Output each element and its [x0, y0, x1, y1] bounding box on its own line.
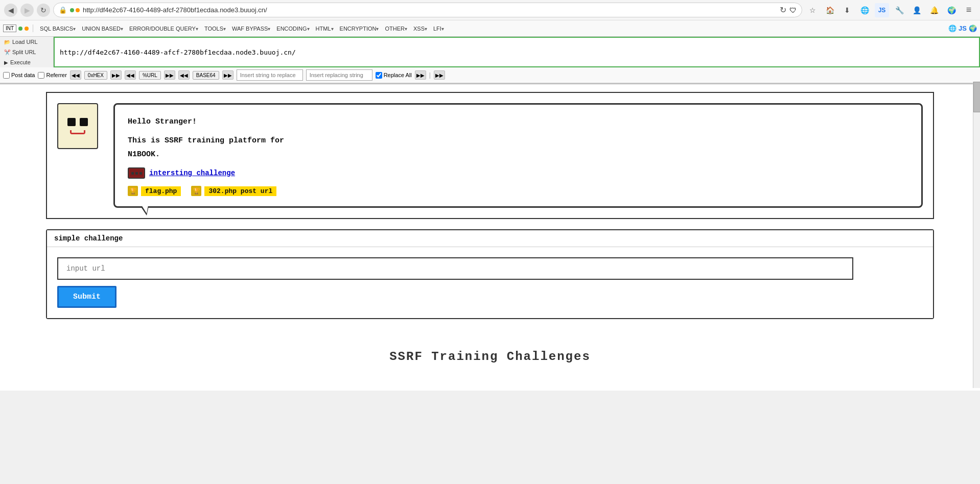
- hex-button[interactable]: 0xHEX: [84, 71, 107, 80]
- security-indicator: [70, 8, 80, 12]
- lfi-menu[interactable]: LFI▾: [431, 25, 447, 33]
- hackbar-url-wrapper: 📂 Load URL ✂️ Split URL ▶ Execute: [0, 37, 980, 67]
- speech-bubble: Hello Stranger! This is SSRF training pl…: [113, 103, 923, 208]
- hackbar-wrapper: INT SQL BASICS▾ UNION BASED▾ ERROR/DOUBL…: [0, 20, 980, 84]
- base64-left-arrow[interactable]: ◀◀: [178, 70, 190, 80]
- hackbar-options-row: Post data Referrer ◀◀ 0xHEX ▶▶ ◀◀ %URL ▶…: [0, 67, 980, 84]
- downloads-button[interactable]: ⬇: [840, 3, 854, 17]
- gamepad-dot1: [131, 172, 134, 175]
- main-box: Hello Stranger! This is SSRF training pl…: [46, 92, 934, 219]
- hex-left-arrow[interactable]: ◀◀: [70, 70, 81, 80]
- submit-button[interactable]: Submit: [57, 286, 116, 308]
- right-icon-1: 🌐: [948, 25, 956, 32]
- execute-label: Execute: [10, 59, 31, 65]
- robot-mouth: [70, 130, 85, 134]
- ssrf-title: SSRF Training Challenges: [0, 345, 980, 369]
- load-url-label: Load URL: [12, 39, 38, 45]
- extension1-button[interactable]: 🔧: [892, 3, 906, 17]
- hackbar-url-input[interactable]: [54, 37, 980, 67]
- reload-button[interactable]: ↻: [37, 4, 50, 17]
- scrollbar-track: [973, 82, 980, 388]
- gamepad-inner: [130, 170, 143, 177]
- split-icon: ✂️: [4, 50, 10, 55]
- flag-link-item: 🏆 flag.php: [128, 186, 181, 196]
- globe2-button[interactable]: 🌍: [944, 3, 959, 17]
- globe-icon-button[interactable]: 🌐: [857, 3, 872, 17]
- hackbar-menu-row: INT SQL BASICS▾ UNION BASED▾ ERROR/DOUBL…: [0, 20, 980, 37]
- robot-eye-left: [67, 118, 76, 126]
- post-link-item: 🏆 302.php post url: [191, 186, 276, 196]
- url-input-field[interactable]: [57, 257, 853, 280]
- referrer-label[interactable]: Referrer: [38, 72, 66, 79]
- execute-icon: ▶: [4, 60, 8, 65]
- post-data-checkbox[interactable]: [3, 72, 10, 79]
- simple-challenge-section: simple challenge Submit: [46, 229, 934, 319]
- hex-right-arrow[interactable]: ▶▶: [110, 70, 122, 80]
- sql-basics-menu[interactable]: SQL BASICS▾: [37, 25, 78, 33]
- trophy-icon-1: 🏆: [128, 186, 138, 196]
- tools-menu[interactable]: TOOLS▾: [202, 25, 228, 33]
- execute-button[interactable]: ▶ Execute: [0, 57, 53, 67]
- notification-button[interactable]: 🔔: [927, 3, 941, 17]
- replace-all-label[interactable]: Replace All: [376, 72, 412, 79]
- bookmarks-button[interactable]: ☆: [805, 3, 820, 17]
- robot-eyes: [67, 118, 88, 126]
- load-icon: 📂: [4, 39, 10, 45]
- split-url-button[interactable]: ✂️ Split URL: [0, 47, 53, 57]
- post-link[interactable]: 302.php post url: [204, 186, 276, 196]
- browser-topbar: ◀ ▶ ↻ 🔒 ↻ 🛡 ☆ 🏠 ⬇ 🌐 JS 🔧 👤 🔔 🌍 ≡: [0, 0, 980, 20]
- int-dropdown-button[interactable]: INT: [3, 25, 16, 32]
- referrer-checkbox[interactable]: [38, 72, 44, 79]
- desc-line1: This is SSRF training platform for: [128, 136, 284, 145]
- post-data-label[interactable]: Post data: [3, 72, 35, 79]
- menu-button[interactable]: ≡: [962, 3, 976, 17]
- url-right-arrow[interactable]: ▶▶: [164, 70, 175, 80]
- links-row: 🏆 flag.php 🏆 302.php post url: [128, 186, 908, 196]
- referrer-text: Referrer: [46, 72, 66, 78]
- forward-button[interactable]: ▶: [20, 4, 34, 17]
- url-left-arrow[interactable]: ◀◀: [125, 70, 136, 80]
- html-menu[interactable]: HTML▾: [313, 25, 336, 33]
- warning-dot: [76, 8, 80, 12]
- flag-link[interactable]: flag.php: [141, 186, 181, 196]
- union-based-menu[interactable]: UNION BASED▾: [79, 25, 126, 33]
- gamepad-dot2: [135, 172, 138, 175]
- url-button[interactable]: %URL: [139, 71, 161, 80]
- js-button[interactable]: JS: [875, 3, 889, 17]
- xss-menu[interactable]: XSS▾: [411, 25, 430, 33]
- simple-challenge-body: Submit: [47, 247, 933, 318]
- split-url-label: Split URL: [12, 49, 36, 55]
- challenge-link[interactable]: intersting challenge: [128, 167, 908, 179]
- waf-bypass-menu[interactable]: WAF BYPASS▾: [229, 25, 273, 33]
- challenge-link-text: intersting challenge: [149, 169, 235, 177]
- trophy-icon-2: 🏆: [191, 186, 201, 196]
- insert-replacing-input[interactable]: [306, 69, 372, 81]
- load-url-button[interactable]: 📂 Load URL: [0, 37, 53, 47]
- base64-button[interactable]: BASE64: [193, 71, 219, 80]
- address-input[interactable]: [83, 6, 777, 14]
- replace-right-arrow2[interactable]: ▶▶: [434, 70, 445, 80]
- user-button[interactable]: 👤: [909, 3, 924, 17]
- back-button[interactable]: ◀: [4, 4, 17, 17]
- gamepad-icon: [128, 167, 145, 179]
- address-reload-button[interactable]: ↻: [780, 5, 786, 15]
- status-green: [18, 27, 22, 31]
- encoding-menu[interactable]: ENCODING▾: [274, 25, 312, 33]
- footer-preview: SSRF Training Challenges: [0, 340, 980, 374]
- scrollbar-thumb[interactable]: [973, 82, 980, 112]
- robot-avatar: [57, 103, 98, 149]
- replace-right-arrow1[interactable]: ▶▶: [415, 70, 426, 80]
- error-double-menu[interactable]: ERROR/DOUBLE QUERY▾: [127, 25, 201, 33]
- simple-challenge-header: simple challenge: [47, 230, 933, 247]
- base64-right-arrow[interactable]: ▶▶: [222, 70, 234, 80]
- content-area: Hello Stranger! This is SSRF training pl…: [0, 84, 980, 391]
- insert-string-input[interactable]: [237, 69, 303, 81]
- encryption-menu[interactable]: ENCRYPTION▾: [337, 25, 382, 33]
- other-menu[interactable]: OTHER▾: [382, 25, 410, 33]
- replace-all-checkbox[interactable]: [376, 72, 382, 79]
- home-button[interactable]: 🏠: [823, 3, 837, 17]
- secure-dot: [70, 8, 74, 12]
- status-orange: [25, 27, 29, 31]
- desc-line2: N1BOOK.: [128, 150, 160, 159]
- shield-icon: 🛡: [789, 6, 797, 14]
